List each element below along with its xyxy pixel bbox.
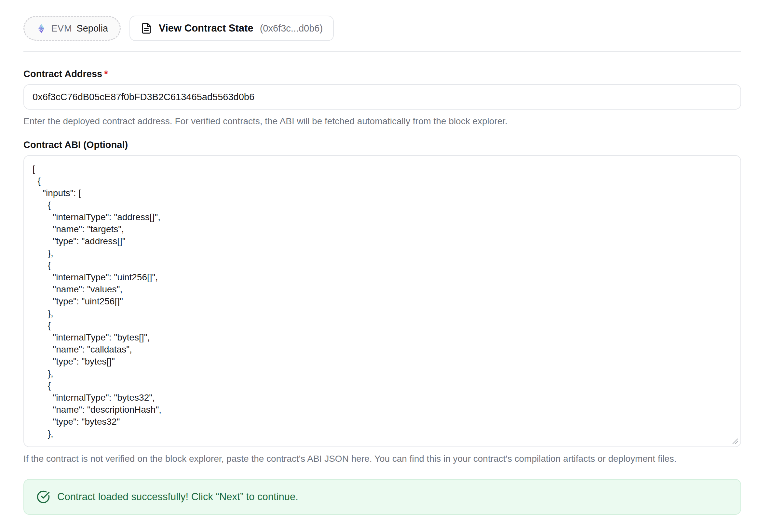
contract-abi-helper: If the contract is not verified on the b…: [23, 453, 741, 465]
network-name: Sepolia: [77, 23, 108, 34]
header-divider: [23, 51, 741, 52]
contract-abi-label: Contract ABI (Optional): [23, 139, 741, 150]
success-banner: Contract loaded successfully! Click “Nex…: [23, 479, 741, 515]
contract-abi-textarea-wrap: [ { "inputs": [ { "internalType": "addre…: [23, 155, 741, 447]
contract-address-helper: Enter the deployed contract address. For…: [23, 116, 741, 127]
chain-type-label: EVM: [51, 23, 72, 34]
ethereum-icon: [36, 23, 47, 33]
contract-form-page: EVM Sepolia View Contract State (0x6f3c.…: [0, 0, 758, 515]
document-icon: [141, 22, 152, 34]
view-contract-state-chip[interactable]: View Contract State (0x6f3c...d0b6): [129, 16, 334, 41]
contract-abi-textarea[interactable]: [ { "inputs": [ { "internalType": "addre…: [23, 155, 741, 447]
contract-address-label-text: Contract Address: [23, 69, 102, 79]
check-circle-icon: [36, 490, 50, 504]
network-selector-pill[interactable]: EVM Sepolia: [23, 16, 121, 41]
contract-address-label: Contract Address*: [23, 68, 741, 80]
contract-address-short: (0x6f3c...d0b6): [260, 23, 323, 34]
contract-address-input[interactable]: [23, 84, 741, 110]
action-title: View Contract State: [159, 22, 254, 34]
success-message: Contract loaded successfully! Click “Nex…: [57, 491, 298, 503]
header-badge-row: EVM Sepolia View Contract State (0x6f3c.…: [23, 16, 741, 41]
required-asterisk: *: [104, 69, 108, 79]
textarea-resize-handle[interactable]: [731, 437, 739, 445]
